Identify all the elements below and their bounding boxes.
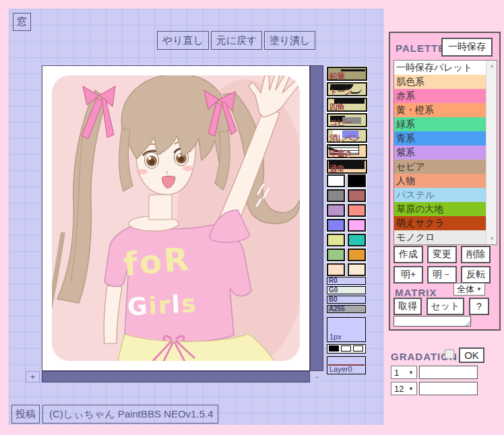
matrix-scope-value: 全体	[457, 283, 474, 296]
palette-listbox[interactable]: 一時保存パレット肌色系赤系黄・橙系緑系青系紫系セピア人物パステル草原の大地萌えサ…	[393, 60, 497, 245]
palette-edit-button[interactable]: 変更	[427, 246, 457, 263]
copyright-text: (C)しぃちゃん PaintBBS NEOv1.5.4	[42, 405, 218, 424]
svg-text:foR: foR	[122, 240, 192, 283]
chevron-down-icon: ▼	[408, 370, 414, 376]
palette-list-item[interactable]: パステル	[394, 188, 486, 202]
color-swatch[interactable]	[327, 174, 345, 187]
palette-list-item[interactable]: 緑系	[394, 117, 486, 131]
color-swatch-grid	[327, 174, 367, 276]
tool-label: 手書き	[329, 149, 352, 158]
rgba-value-b[interactable]: B0	[327, 296, 366, 304]
color-swatch[interactable]	[348, 248, 366, 261]
pencil-tool-button[interactable]: 鉛筆	[327, 67, 367, 81]
matrix-button[interactable]: セット	[427, 298, 464, 315]
matrix-button[interactable]: ?	[469, 298, 489, 315]
tool-column: 鉛筆トーン四角コピー消しペン手書き通常	[327, 67, 369, 175]
color-swatch[interactable]	[327, 219, 345, 232]
palette-list-item[interactable]: 草原の大地	[394, 202, 486, 216]
paintbbs-app: 窓 やり直し 元に戻す 塗り潰し 投稿	[0, 0, 504, 435]
palette-edit-button[interactable]: 作成	[393, 246, 423, 263]
scroll-down-icon[interactable]: ▼	[486, 234, 497, 244]
color-swatch[interactable]	[348, 219, 366, 232]
tool-label: 通常	[329, 165, 344, 173]
color-swatch[interactable]	[327, 263, 345, 276]
palette-list-item[interactable]: 黄・橙系	[394, 103, 486, 117]
svg-text:Girls: Girls	[127, 290, 197, 321]
color-swatch[interactable]	[348, 189, 366, 202]
rgba-value-a[interactable]: A255	[327, 305, 366, 313]
mask-option-white-1[interactable]	[341, 345, 351, 352]
zoom-in-button[interactable]: +	[26, 371, 40, 382]
color-swatch[interactable]	[327, 204, 345, 217]
canvas-vertical-scrollbar[interactable]	[310, 65, 323, 371]
palette-list-item[interactable]: 萌えサクラ	[394, 216, 486, 230]
palette-title: PALETTE	[396, 42, 445, 54]
copy-tool-button[interactable]: コピー	[327, 113, 367, 127]
canvas-horizontal-scrollbar[interactable]	[42, 371, 310, 382]
palette-edit-button[interactable]: 明+	[393, 266, 423, 283]
rgba-value-g[interactable]: G0	[327, 286, 366, 294]
chevron-down-icon: ▼	[408, 386, 414, 392]
gradation-select-2[interactable]: 12 ▼	[391, 382, 417, 395]
mask-option-black[interactable]	[329, 345, 339, 352]
temp-save-button[interactable]: 一時保存	[441, 38, 493, 57]
tool-label: 鉛筆	[329, 72, 344, 80]
redo-button[interactable]: やり直し	[157, 31, 209, 50]
normal-tool-button[interactable]: 通常	[327, 160, 367, 174]
mask-mode-selector[interactable]	[327, 344, 366, 354]
matrix-button[interactable]: 取得	[393, 298, 422, 315]
layer-selector[interactable]: Layer0	[327, 356, 366, 374]
tool-label: コピー	[329, 119, 352, 127]
color-swatch[interactable]	[327, 234, 345, 246]
gradation-input-1[interactable]	[419, 366, 478, 379]
rgba-fields: R0G0B0A255	[327, 277, 366, 314]
color-swatch[interactable]	[327, 189, 345, 202]
window-button[interactable]: 窓	[13, 13, 31, 31]
tool-label: トーン	[329, 88, 352, 96]
palette-list-item[interactable]: 赤系	[394, 89, 486, 103]
pen-size-preview[interactable]: 1px	[327, 317, 366, 342]
palette-list-item[interactable]: 人物	[394, 174, 486, 188]
palette-list-item[interactable]: 青系	[394, 131, 486, 145]
rectangle-tool-button[interactable]: 四角	[327, 98, 367, 112]
draft-tool-button[interactable]: 手書き	[327, 144, 367, 158]
scroll-up-icon[interactable]: ▲	[486, 61, 497, 71]
gradation-checkbox[interactable]	[445, 349, 454, 359]
tone-tool-button[interactable]: トーン	[327, 82, 367, 96]
rgba-value-r[interactable]: R0	[327, 277, 366, 285]
color-swatch[interactable]	[348, 263, 366, 276]
palette-edit-button[interactable]: 明－	[427, 266, 457, 283]
mask-option-white-2[interactable]	[353, 345, 363, 352]
color-swatch[interactable]	[327, 248, 345, 261]
matrix-buttons: 取得セット?	[393, 298, 489, 315]
color-swatch[interactable]	[348, 204, 366, 217]
color-swatch[interactable]	[348, 174, 366, 187]
tool-label: 消しペン	[329, 134, 360, 142]
textarea-resize-grip-icon[interactable]	[466, 320, 472, 326]
matrix-scope-select[interactable]: 全体 ▼	[453, 283, 485, 296]
fill-button[interactable]: 塗り潰し	[264, 31, 315, 50]
undo-button[interactable]: 元に戻す	[211, 31, 262, 50]
palette-list-scrollbar[interactable]: ▲ ▼	[486, 61, 497, 244]
chevron-down-icon: ▼	[476, 286, 482, 292]
eraser-pen-tool-button[interactable]: 消しペン	[327, 129, 367, 143]
gradation-ok-button[interactable]: OK	[459, 347, 484, 363]
gradation-select-1[interactable]: 1 ▼	[391, 366, 417, 379]
palette-edit-button[interactable]: 削除	[461, 246, 491, 263]
matrix-textarea[interactable]	[393, 316, 471, 327]
palette-edit-button[interactable]: 反転	[461, 266, 491, 283]
drawing-canvas[interactable]: foR Girls	[42, 65, 310, 371]
gradation-input-2[interactable]	[419, 382, 478, 395]
post-button[interactable]: 投稿	[11, 405, 40, 424]
palette-list-item[interactable]: セピア	[394, 160, 486, 174]
tool-label: 四角	[329, 103, 344, 111]
layer-label: Layer0	[329, 365, 352, 373]
palette-list-item[interactable]: 肌色系	[394, 75, 486, 89]
color-swatch[interactable]	[348, 234, 366, 246]
palette-list-item[interactable]: モノクロ	[394, 230, 486, 244]
zoom-out-button[interactable]: -	[312, 371, 322, 382]
palette-panel: PALETTE 一時保存 一時保存パレット肌色系赤系黄・橙系緑系青系紫系セピア人…	[389, 32, 501, 331]
palette-edit-buttons: 作成変更削除明+明－反転	[393, 246, 499, 283]
palette-list-item[interactable]: 一時保存パレット	[394, 61, 486, 75]
palette-list-item[interactable]: 紫系	[394, 145, 486, 160]
